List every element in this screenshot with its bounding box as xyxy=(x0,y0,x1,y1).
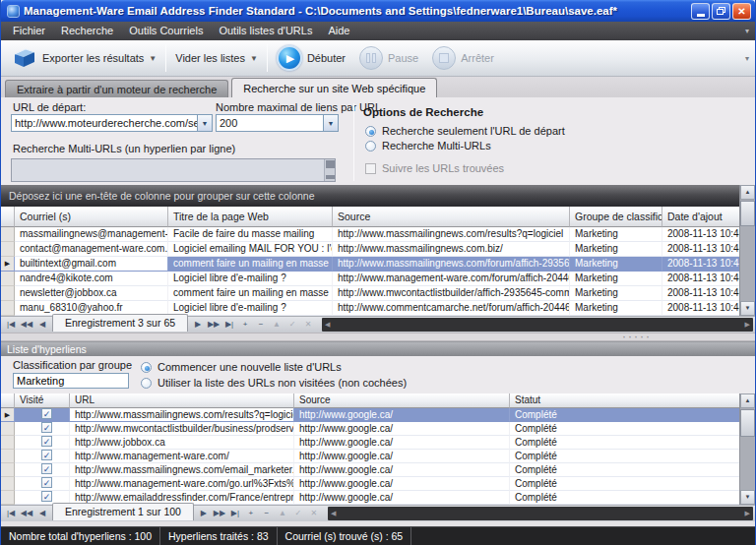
nav-button[interactable]: ▶| xyxy=(227,506,243,521)
restore-button[interactable] xyxy=(712,3,730,20)
checkbox-follow-urls[interactable]: Suivre les URLs trouvées xyxy=(365,162,504,174)
scroll-up-icon[interactable]: ▲ xyxy=(740,185,755,200)
table-row[interactable]: ✓http://www.management-ware.com/go.url%3… xyxy=(1,477,741,491)
nav-button[interactable]: ◀◀ xyxy=(19,506,34,521)
max-links-combo[interactable]: 200 ▼ xyxy=(216,114,339,132)
nav-button[interactable]: ▲ xyxy=(275,506,290,521)
table-row[interactable]: ✓http://www.mwcontactlistbuilder/busines… xyxy=(1,422,741,436)
tab-specific-website[interactable]: Recherche sur un site Web spécifique xyxy=(231,78,437,97)
column-header-source[interactable]: Source xyxy=(333,207,570,227)
visited-checkbox[interactable]: ✓ xyxy=(41,436,52,447)
nav-button[interactable]: ✓ xyxy=(290,506,306,521)
column-header-status[interactable]: Statut xyxy=(510,394,741,408)
menu-item-recherche[interactable]: Recherche xyxy=(53,25,121,36)
row-indicator xyxy=(1,227,15,242)
menu-item-outils-listes-d-urls[interactable]: Outils listes d'URLs xyxy=(211,25,320,36)
pause-button[interactable]: Pause xyxy=(352,42,425,74)
scrollbar-thumb[interactable] xyxy=(740,201,755,226)
cell-visited: ✓ xyxy=(15,463,70,477)
results-grid-hscrollbar[interactable]: ◀▶ xyxy=(322,318,753,332)
nav-button[interactable]: + xyxy=(243,506,259,521)
scroll-down-icon[interactable]: ▼ xyxy=(740,490,755,505)
scroll-up-icon[interactable]: ▲ xyxy=(740,394,755,408)
visited-checkbox[interactable]: ✓ xyxy=(41,491,52,502)
scroll-left-icon[interactable]: ◀ xyxy=(331,510,336,517)
minimize-button[interactable] xyxy=(691,3,710,20)
nav-button[interactable]: ✕ xyxy=(306,506,322,521)
table-row[interactable]: nandre4@kikote.comLogiciel libre d'e-mai… xyxy=(1,272,741,286)
table-row[interactable]: massmailingnews@management-ware....Facil… xyxy=(1,227,741,242)
visited-checkbox[interactable]: ✓ xyxy=(41,450,52,460)
column-header-source[interactable]: Source xyxy=(294,394,510,408)
start-button[interactable]: ▶ Débuter xyxy=(270,42,352,74)
column-header-date[interactable]: Date d'ajout xyxy=(662,207,741,227)
dropdown-icon[interactable]: ▼ xyxy=(323,115,338,131)
start-url-combo[interactable]: http://www.moteurderecherche.com/search?… xyxy=(11,114,213,132)
nav-button[interactable]: − xyxy=(259,506,275,521)
nav-button[interactable]: ▶| xyxy=(221,317,237,333)
hyperlinks-grid-header: Visité URL Source Statut xyxy=(1,394,741,408)
stop-button[interactable]: Arrêter xyxy=(425,42,501,74)
visited-checkbox[interactable]: ✓ xyxy=(41,463,52,474)
hyperlinks-grid: Visité URL Source Statut ▶✓http://www.ma… xyxy=(1,394,755,505)
export-results-button[interactable]: Exporter les résultats ▼ xyxy=(5,42,163,74)
table-row[interactable]: ✓http://www.massmailingnews.com/email_ma… xyxy=(1,463,741,477)
tab-search-engine[interactable]: Extraire à partir d'un moteur de recherc… xyxy=(5,80,228,97)
visited-checkbox[interactable]: ✓ xyxy=(41,408,52,419)
column-header-visited[interactable]: Visité xyxy=(15,394,70,408)
nav-button[interactable]: ▶▶ xyxy=(206,317,221,333)
multi-urls-textarea[interactable] xyxy=(11,158,336,182)
visited-checkbox[interactable]: ✓ xyxy=(41,477,52,488)
menu-item-fichier[interactable]: Fichier xyxy=(5,25,53,36)
scroll-left-icon[interactable]: ◀ xyxy=(325,321,330,329)
toolbar-overflow-icon[interactable]: ▾ xyxy=(745,54,751,63)
classification-input[interactable] xyxy=(13,373,129,389)
clear-lists-button[interactable]: Vider les listes ▼ xyxy=(168,42,265,74)
menu-item-aide[interactable]: Aide xyxy=(320,25,357,36)
cell-status: Complété xyxy=(510,422,741,436)
column-header-email[interactable]: Courriel (s) xyxy=(15,207,168,227)
nav-button[interactable]: ◀◀ xyxy=(19,317,34,333)
close-button[interactable]: ✕ xyxy=(732,3,751,20)
table-row[interactable]: ▶builtintext@gmail.comcomment faire un m… xyxy=(1,257,741,272)
nav-button[interactable]: ◀ xyxy=(34,506,50,521)
column-header-url[interactable]: URL xyxy=(70,394,294,408)
radio-new-url-list[interactable]: Commencer une nouvelle liste d'URLs xyxy=(141,361,342,373)
splitter[interactable]: ····· xyxy=(1,333,755,341)
nav-button[interactable]: ▶▶ xyxy=(212,506,227,521)
nav-button[interactable]: ▶ xyxy=(196,506,212,521)
nav-button[interactable]: + xyxy=(237,317,253,333)
table-row[interactable]: ✓http://www.management-ware.com/http://w… xyxy=(1,450,741,463)
scroll-down-icon[interactable]: ▼ xyxy=(740,301,755,316)
table-row[interactable]: ✓http://www.jobbox.cahttp://www.google.c… xyxy=(1,436,741,450)
textarea-scrollbar[interactable] xyxy=(324,159,335,181)
table-row[interactable]: newsletter@jobbox.cacomment faire un mai… xyxy=(1,286,741,301)
column-header-title[interactable]: Titre de la page Web xyxy=(168,207,333,227)
menu-item-outils-courriels[interactable]: Outils Courriels xyxy=(121,25,211,36)
scrollbar-thumb[interactable] xyxy=(740,409,755,437)
visited-checkbox[interactable]: ✓ xyxy=(41,422,52,433)
nav-button[interactable]: − xyxy=(253,317,269,333)
nav-button[interactable]: ✓ xyxy=(284,317,300,333)
table-row[interactable]: ▶✓http://www.massmailingnews.com/results… xyxy=(1,408,741,422)
column-header-group[interactable]: Groupe de classificat... xyxy=(570,207,662,227)
nav-button[interactable]: ✕ xyxy=(300,317,316,333)
radio-search-multi-urls[interactable]: Recherche Multi-URLs xyxy=(365,140,491,151)
hyperlinks-grid-vscrollbar[interactable]: ▲ ▼ xyxy=(739,394,755,505)
nav-button[interactable]: ▶ xyxy=(190,317,206,333)
nav-button[interactable]: |◀ xyxy=(3,317,19,333)
hyperlinks-grid-hscrollbar[interactable]: ◀▶ xyxy=(328,507,753,520)
scroll-right-icon[interactable]: ▶ xyxy=(745,510,750,517)
nav-button[interactable]: ▲ xyxy=(269,317,284,333)
results-grid-vscrollbar[interactable]: ▲ ▼ xyxy=(739,185,755,316)
scroll-right-icon[interactable]: ▶ xyxy=(745,321,750,329)
menu-overflow-icon[interactable]: ▾ xyxy=(745,27,751,35)
dropdown-icon[interactable]: ▼ xyxy=(197,115,212,131)
nav-button[interactable]: |◀ xyxy=(3,506,19,521)
radio-unvisited-urls[interactable]: Utiliser la liste des URLs non visitées … xyxy=(141,377,407,389)
table-row[interactable]: contact@management-ware.com.bizLogiciel … xyxy=(1,242,741,257)
radio-search-start-url[interactable]: Recherche seulement l'URL de départ xyxy=(365,125,565,137)
nav-button[interactable]: ◀ xyxy=(34,317,50,333)
group-by-bar[interactable]: Déposez ici une en-tête de colonne pour … xyxy=(1,185,741,207)
scroll-down-icon xyxy=(326,175,335,179)
